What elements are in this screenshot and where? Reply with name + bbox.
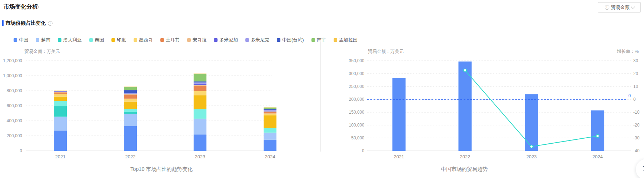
bar-segment[interactable] [124, 114, 137, 126]
header-divider [0, 13, 644, 13]
bar-segment[interactable] [124, 86, 137, 87]
y-tick-label-left: 350,000 [349, 58, 365, 63]
bar-segment[interactable] [264, 115, 276, 128]
bar[interactable] [525, 94, 538, 151]
bar-segment[interactable] [54, 91, 67, 91]
x-tick-label: 2021 [55, 154, 66, 159]
bar-segment[interactable] [194, 95, 206, 109]
y-tick-label: 200,000 [7, 133, 23, 138]
bar-segment[interactable] [264, 128, 276, 133]
bar-segment[interactable] [124, 94, 137, 94]
page-title: 市场变化分析 [4, 3, 38, 11]
bar-segment[interactable] [124, 102, 137, 109]
y-tick-label-right: 20 [633, 71, 638, 76]
back-to-top-icon [642, 165, 644, 173]
bar-segment[interactable] [124, 112, 137, 114]
x-tick-label: 2024 [265, 154, 275, 159]
y-tick-label-right: 0 [633, 97, 636, 102]
bar-segment[interactable] [54, 94, 67, 97]
info-icon[interactable]: i [34, 5, 39, 9]
bar-segment[interactable] [54, 97, 67, 101]
bar-segment[interactable] [124, 95, 137, 99]
panel-header: 市场变化分析 i i 贸易金额 [0, 0, 644, 13]
y-tick-label-left: 250,000 [349, 84, 365, 89]
line-point[interactable] [464, 69, 466, 72]
metric-selector-dropdown[interactable]: i 贸易金额 [598, 2, 641, 13]
x-tick-label: 2024 [593, 154, 603, 159]
y-tick-label-right: -40 [633, 148, 640, 153]
bar-segment[interactable] [54, 93, 67, 94]
bar-segment[interactable] [194, 109, 206, 118]
bar-segment[interactable] [194, 85, 206, 86]
y-tick-label-left: 0 [362, 148, 364, 153]
bar-segment[interactable] [124, 87, 137, 90]
bar-segment[interactable] [264, 108, 276, 109]
y-tick-label-right: 10 [633, 84, 638, 89]
bar-segment[interactable] [194, 134, 206, 151]
bar-segment[interactable] [54, 130, 67, 151]
bar-segment[interactable] [264, 140, 276, 151]
y-tick-label-right: -10 [633, 110, 640, 115]
y-tick-label-left: 200,000 [349, 97, 365, 102]
section-accent-bar [2, 20, 4, 26]
bar-segment[interactable] [264, 133, 276, 133]
y-axis-name-right: 增长率：% [616, 49, 639, 54]
y-tick-label: 1,200,000 [3, 58, 23, 63]
x-tick-label: 2022 [460, 154, 470, 159]
bar-segment[interactable] [54, 92, 67, 93]
bar-segment[interactable] [54, 117, 67, 130]
bar-segment[interactable] [264, 113, 276, 115]
bar-segment[interactable] [264, 112, 276, 112]
bar-segment[interactable] [124, 109, 137, 112]
bar-segment[interactable] [264, 112, 276, 114]
bar-segment[interactable] [54, 101, 67, 106]
bar-segment[interactable] [54, 106, 67, 117]
line-point[interactable] [596, 135, 599, 138]
stacked-bar-chart: 贸易金额：万美元0200,000400,000600,000800,0001,0… [0, 39, 311, 178]
info-icon[interactable]: i [48, 21, 53, 26]
bar-segment[interactable] [124, 90, 137, 93]
line-point[interactable] [530, 145, 533, 148]
x-tick-label: 2023 [195, 154, 205, 159]
bar-segment[interactable] [264, 133, 276, 140]
y-tick-label: 1,000,000 [3, 73, 23, 78]
y-tick-label-left: 50,000 [351, 135, 364, 140]
bar-segment[interactable] [194, 91, 206, 95]
bar-segment[interactable] [194, 84, 206, 85]
section-header: 市场份额占比变化 i [2, 20, 53, 26]
bar[interactable] [459, 61, 472, 151]
bar-segment[interactable] [264, 110, 276, 111]
y-tick-label-right: -20 [633, 123, 640, 128]
bar[interactable] [591, 110, 604, 151]
y-tick-label: 400,000 [7, 118, 23, 123]
y-axis-name-left: 贸易金额：万美元 [368, 49, 404, 54]
bar-segment[interactable] [194, 74, 206, 74]
x-tick-label: 2021 [394, 154, 404, 159]
bar-segment[interactable] [194, 119, 206, 134]
bar-segment[interactable] [264, 109, 276, 110]
x-tick-label: 2022 [125, 154, 136, 159]
y-tick-label-left: 300,000 [349, 71, 365, 76]
bar-segment[interactable] [54, 91, 67, 92]
combo-bar-line-chart: 贸易金额：万美元增长率：%050,000100,000150,000200,00… [314, 39, 644, 178]
bar-segment[interactable] [54, 92, 67, 92]
bar-segment[interactable] [194, 74, 206, 81]
bar-segment[interactable] [194, 81, 206, 83]
y-tick-label-right: -30 [633, 135, 640, 140]
bar-segment[interactable] [124, 93, 137, 94]
bar-segment[interactable] [124, 94, 137, 95]
bar[interactable] [393, 78, 406, 151]
bar-segment[interactable] [124, 99, 137, 102]
bar-segment[interactable] [194, 86, 206, 91]
chart-title: 中国市场的贸易趋势 [441, 166, 488, 172]
bar-segment[interactable] [264, 110, 276, 111]
metric-selector-label: 贸易金额 [611, 4, 630, 11]
chevron-down-icon [631, 5, 635, 9]
y-axis-name: 贸易金额：万美元 [24, 49, 60, 54]
bar-segment[interactable] [194, 118, 206, 119]
bar-segment[interactable] [194, 83, 206, 84]
y-tick-label-left: 150,000 [349, 110, 365, 115]
zero-markline-label: 0 [628, 93, 631, 98]
info-icon: i [605, 5, 609, 10]
bar-segment[interactable] [124, 126, 137, 151]
